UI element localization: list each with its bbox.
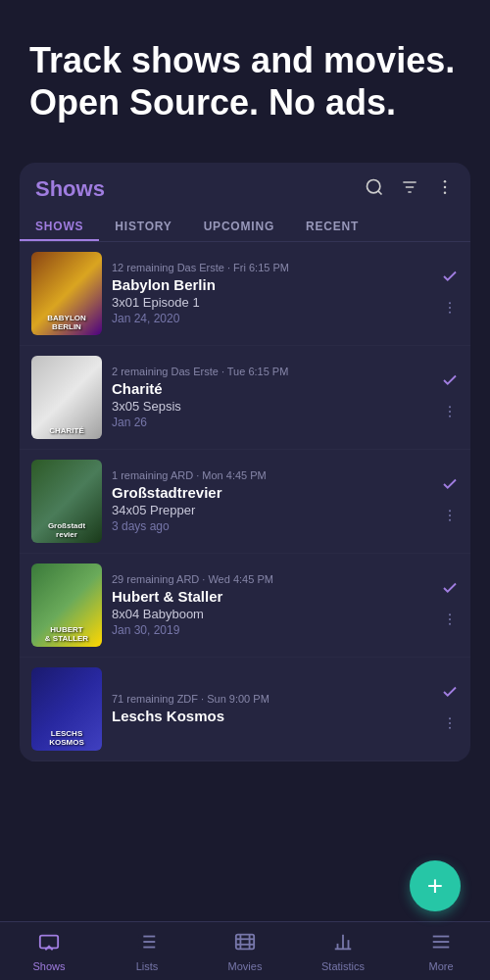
svg-point-6 <box>444 186 447 189</box>
item-overflow-icon[interactable] <box>442 612 458 632</box>
svg-point-17 <box>449 613 451 615</box>
nav-item-statistics[interactable]: Statistics <box>294 931 392 972</box>
check-icon[interactable] <box>441 579 459 602</box>
check-icon[interactable] <box>441 683 459 706</box>
nav-item-more[interactable]: More <box>392 931 490 972</box>
poster-text: BABYLONBERLIN <box>33 315 100 332</box>
show-actions <box>435 268 459 320</box>
fab-button[interactable]: + <box>410 860 461 911</box>
show-info: 29 remaining ARD · Wed 4:45 PM Hubert & … <box>102 573 435 637</box>
show-episode: 8x04 Babyboom <box>112 607 427 621</box>
svg-point-12 <box>449 411 451 413</box>
svg-rect-30 <box>236 934 254 949</box>
check-icon[interactable] <box>441 475 459 498</box>
show-poster: CHARITÉ <box>31 356 102 439</box>
show-poster: HUBERT& STALLER <box>31 564 102 647</box>
show-name: Babylon Berlin <box>112 276 427 293</box>
svg-point-10 <box>449 312 451 314</box>
app-card: Shows <box>20 163 470 761</box>
svg-point-18 <box>449 618 451 620</box>
show-name: Leschs Kosmos <box>112 708 427 724</box>
show-date: Jan 24, 2020 <box>112 312 427 325</box>
show-info: 2 remaining Das Erste · Tue 6:15 PM Char… <box>102 366 435 429</box>
show-meta: 29 remaining ARD · Wed 4:45 PM <box>112 573 427 585</box>
show-name: Charité <box>112 380 427 397</box>
show-item[interactable]: BABYLONBERLIN 12 remaining Das Erste · F… <box>20 242 470 346</box>
svg-point-19 <box>449 623 451 625</box>
nav-label-more: More <box>428 960 453 972</box>
nav-item-movies[interactable]: Movies <box>196 931 294 972</box>
check-icon[interactable] <box>441 268 459 290</box>
poster-text: HUBERT& STALLER <box>33 626 100 644</box>
show-poster: BABYLONBERLIN <box>31 252 102 335</box>
show-meta: 12 remaining Das Erste · Fri 6:15 PM <box>112 262 427 273</box>
show-actions <box>435 475 459 528</box>
poster-text: LESCHSKOSMOS <box>33 730 100 748</box>
filter-icon[interactable] <box>400 177 419 202</box>
show-date: Jan 26 <box>112 416 427 429</box>
nav-label-shows: Shows <box>32 960 65 972</box>
show-date: 3 days ago <box>112 519 427 533</box>
svg-point-21 <box>449 722 451 724</box>
more-icon <box>430 931 452 957</box>
show-meta: 2 remaining Das Erste · Tue 6:15 PM <box>112 366 427 377</box>
bottom-nav: Shows Lists Movies <box>0 921 490 980</box>
show-episode: 34x05 Prepper <box>112 503 427 517</box>
card-header: Shows <box>20 163 470 202</box>
hero-section: Track shows and movies. Open Source. No … <box>0 0 490 153</box>
nav-item-shows[interactable]: Shows <box>0 931 98 972</box>
poster-text: Großstadtrevier <box>33 522 100 540</box>
item-overflow-icon[interactable] <box>442 300 458 320</box>
show-name: Großstadtrevier <box>112 484 427 501</box>
show-list: BABYLONBERLIN 12 remaining Das Erste · F… <box>20 242 470 761</box>
nav-label-movies: Movies <box>228 960 263 972</box>
svg-point-15 <box>449 514 451 516</box>
show-episode: 3x05 Sepsis <box>112 399 427 414</box>
show-info: 12 remaining Das Erste · Fri 6:15 PM Bab… <box>102 262 435 325</box>
item-overflow-icon[interactable] <box>442 715 458 736</box>
item-overflow-icon[interactable] <box>442 404 458 424</box>
show-item[interactable]: HUBERT& STALLER 29 remaining ARD · Wed 4… <box>20 554 470 658</box>
show-episode: 3x01 Episode 1 <box>112 295 427 310</box>
nav-label-lists: Lists <box>136 960 159 972</box>
svg-point-7 <box>444 191 447 194</box>
show-date: Jan 30, 2019 <box>112 623 427 637</box>
check-icon[interactable] <box>441 371 459 394</box>
svg-point-22 <box>449 727 451 729</box>
header-icons <box>365 177 455 202</box>
show-item[interactable]: LESCHSKOSMOS 71 remaining ZDF · Sun 9:00… <box>20 658 470 761</box>
poster-text: CHARITÉ <box>33 427 100 436</box>
tv-icon <box>38 931 60 957</box>
tabs-bar: SHOWS HISTORY UPCOMING RECENT <box>20 202 470 242</box>
svg-point-20 <box>449 717 451 719</box>
svg-line-1 <box>378 191 382 195</box>
show-item[interactable]: Großstadtrevier 1 remaining ARD · Mon 4:… <box>20 450 470 554</box>
tab-upcoming[interactable]: UPCOMING <box>188 212 290 241</box>
card-title: Shows <box>35 176 105 202</box>
hero-title: Track shows and movies. Open Source. No … <box>29 39 461 123</box>
show-info: 1 remaining ARD · Mon 4:45 PM Großstadtr… <box>102 469 435 533</box>
show-meta: 71 remaining ZDF · Sun 9:00 PM <box>112 693 427 705</box>
nav-item-lists[interactable]: Lists <box>98 931 196 972</box>
stats-icon <box>332 931 354 957</box>
svg-point-5 <box>444 180 447 183</box>
svg-point-11 <box>449 406 451 408</box>
show-info: 71 remaining ZDF · Sun 9:00 PM Leschs Ko… <box>102 693 435 726</box>
show-poster: Großstadtrevier <box>31 460 102 543</box>
show-actions <box>435 371 459 424</box>
movie-icon <box>234 931 256 957</box>
item-overflow-icon[interactable] <box>442 508 458 528</box>
show-item[interactable]: CHARITÉ 2 remaining Das Erste · Tue 6:15… <box>20 346 470 450</box>
svg-point-8 <box>449 302 451 304</box>
tab-history[interactable]: HISTORY <box>99 212 187 241</box>
tab-shows[interactable]: SHOWS <box>20 212 99 241</box>
svg-point-0 <box>368 179 380 192</box>
search-icon[interactable] <box>365 177 384 202</box>
list-icon <box>136 931 158 957</box>
overflow-icon[interactable] <box>435 177 455 202</box>
show-meta: 1 remaining ARD · Mon 4:45 PM <box>112 469 427 481</box>
show-name: Hubert & Staller <box>112 588 427 605</box>
tab-recent[interactable]: RECENT <box>290 212 374 241</box>
nav-label-statistics: Statistics <box>321 960 365 972</box>
svg-point-16 <box>449 519 451 521</box>
